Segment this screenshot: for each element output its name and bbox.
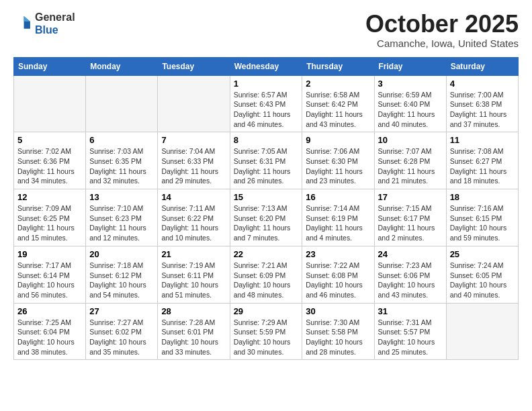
header-saturday: Saturday [446, 57, 518, 75]
day-info: Sunrise: 7:30 AMSunset: 5:58 PMDaylight:… [306, 318, 370, 357]
calendar-cell [446, 303, 518, 360]
day-number: 27 [89, 306, 154, 316]
calendar-cell: 19Sunrise: 7:17 AMSunset: 6:14 PMDayligh… [14, 246, 86, 303]
general-blue-logo-icon [13, 14, 32, 33]
day-number: 26 [17, 306, 82, 316]
day-number: 10 [378, 135, 443, 145]
calendar-cell: 3Sunrise: 6:59 AMSunset: 6:40 PMDaylight… [374, 75, 446, 132]
title-block: October 2025 Camanche, Iowa, United Stat… [365, 11, 519, 49]
day-info: Sunrise: 7:00 AMSunset: 6:38 PMDaylight:… [450, 90, 515, 130]
day-info: Sunrise: 7:23 AMSunset: 6:06 PMDaylight:… [378, 261, 443, 300]
header-thursday: Thursday [302, 57, 374, 75]
day-number: 1 [234, 79, 299, 89]
day-info: Sunrise: 7:15 AMSunset: 6:17 PMDaylight:… [378, 203, 443, 243]
logo: General Blue [13, 11, 75, 36]
calendar-cell: 21Sunrise: 7:19 AMSunset: 6:11 PMDayligh… [158, 246, 230, 303]
calendar-cell: 5Sunrise: 7:02 AMSunset: 6:36 PMDaylight… [14, 132, 86, 189]
day-number: 23 [306, 249, 370, 259]
calendar-week-row: 5Sunrise: 7:02 AMSunset: 6:36 PMDaylight… [14, 132, 519, 189]
day-number: 15 [234, 192, 299, 202]
svg-marker-2 [24, 16, 30, 21]
calendar-cell: 31Sunrise: 7:31 AMSunset: 5:57 PMDayligh… [374, 303, 446, 360]
calendar-cell: 16Sunrise: 7:14 AMSunset: 6:19 PMDayligh… [302, 189, 374, 246]
day-info: Sunrise: 7:18 AMSunset: 6:12 PMDaylight:… [89, 261, 154, 300]
day-number: 6 [89, 135, 154, 145]
day-number: 13 [89, 192, 154, 202]
calendar-week-row: 19Sunrise: 7:17 AMSunset: 6:14 PMDayligh… [14, 246, 519, 303]
header-tuesday: Tuesday [158, 57, 230, 75]
day-number: 17 [378, 192, 443, 202]
day-info: Sunrise: 7:06 AMSunset: 6:30 PMDaylight:… [306, 146, 370, 186]
day-info: Sunrise: 7:25 AMSunset: 6:04 PMDaylight:… [17, 318, 82, 357]
header-monday: Monday [86, 57, 158, 75]
day-number: 31 [378, 306, 443, 316]
day-info: Sunrise: 7:04 AMSunset: 6:33 PMDaylight:… [161, 146, 226, 186]
logo-general-text: General [35, 11, 75, 24]
calendar-cell: 4Sunrise: 7:00 AMSunset: 6:38 PMDaylight… [446, 75, 518, 132]
day-number: 29 [234, 306, 299, 316]
day-info: Sunrise: 7:10 AMSunset: 6:23 PMDaylight:… [89, 203, 154, 243]
calendar-cell: 17Sunrise: 7:15 AMSunset: 6:17 PMDayligh… [374, 189, 446, 246]
day-number: 9 [306, 135, 370, 145]
page-header: General Blue October 2025 Camanche, Iowa… [13, 11, 519, 49]
calendar-cell: 22Sunrise: 7:21 AMSunset: 6:09 PMDayligh… [230, 246, 302, 303]
day-info: Sunrise: 7:19 AMSunset: 6:11 PMDaylight:… [161, 261, 226, 300]
calendar-cell: 12Sunrise: 7:09 AMSunset: 6:25 PMDayligh… [14, 189, 86, 246]
day-info: Sunrise: 7:27 AMSunset: 6:02 PMDaylight:… [89, 318, 154, 357]
day-info: Sunrise: 7:21 AMSunset: 6:09 PMDaylight:… [234, 261, 299, 300]
day-info: Sunrise: 7:09 AMSunset: 6:25 PMDaylight:… [17, 203, 82, 243]
day-number: 18 [450, 192, 515, 202]
calendar-week-row: 12Sunrise: 7:09 AMSunset: 6:25 PMDayligh… [14, 189, 519, 246]
day-info: Sunrise: 7:03 AMSunset: 6:35 PMDaylight:… [89, 146, 154, 186]
calendar-cell: 15Sunrise: 7:13 AMSunset: 6:20 PMDayligh… [230, 189, 302, 246]
calendar-cell: 29Sunrise: 7:29 AMSunset: 5:59 PMDayligh… [230, 303, 302, 360]
day-number: 19 [17, 249, 82, 259]
calendar-cell: 9Sunrise: 7:06 AMSunset: 6:30 PMDaylight… [302, 132, 374, 189]
header-friday: Friday [374, 57, 446, 75]
calendar-cell: 23Sunrise: 7:22 AMSunset: 6:08 PMDayligh… [302, 246, 374, 303]
day-info: Sunrise: 7:13 AMSunset: 6:20 PMDaylight:… [234, 203, 299, 243]
calendar-cell: 27Sunrise: 7:27 AMSunset: 6:02 PMDayligh… [86, 303, 158, 360]
day-number: 21 [161, 249, 226, 259]
calendar-week-row: 26Sunrise: 7:25 AMSunset: 6:04 PMDayligh… [14, 303, 519, 360]
day-number: 22 [234, 249, 299, 259]
day-info: Sunrise: 7:17 AMSunset: 6:14 PMDaylight:… [17, 261, 82, 300]
calendar-cell: 28Sunrise: 7:28 AMSunset: 6:01 PMDayligh… [158, 303, 230, 360]
day-number: 11 [450, 135, 515, 145]
calendar-cell: 18Sunrise: 7:16 AMSunset: 6:15 PMDayligh… [446, 189, 518, 246]
day-number: 16 [306, 192, 370, 202]
day-info: Sunrise: 7:07 AMSunset: 6:28 PMDaylight:… [378, 146, 443, 186]
calendar-cell [14, 75, 86, 132]
calendar-week-row: 1Sunrise: 6:57 AMSunset: 6:43 PMDaylight… [14, 75, 519, 132]
day-info: Sunrise: 7:11 AMSunset: 6:22 PMDaylight:… [161, 203, 226, 243]
day-number: 28 [161, 306, 226, 316]
day-number: 5 [17, 135, 82, 145]
day-number: 24 [378, 249, 443, 259]
day-info: Sunrise: 6:58 AMSunset: 6:42 PMDaylight:… [306, 90, 370, 130]
calendar-cell: 2Sunrise: 6:58 AMSunset: 6:42 PMDaylight… [302, 75, 374, 132]
day-number: 12 [17, 192, 82, 202]
location-text: Camanche, Iowa, United States [365, 38, 519, 49]
calendar-cell: 26Sunrise: 7:25 AMSunset: 6:04 PMDayligh… [14, 303, 86, 360]
day-info: Sunrise: 7:05 AMSunset: 6:31 PMDaylight:… [234, 146, 299, 186]
calendar-cell: 13Sunrise: 7:10 AMSunset: 6:23 PMDayligh… [86, 189, 158, 246]
day-number: 7 [161, 135, 226, 145]
day-number: 20 [89, 249, 154, 259]
calendar-cell: 10Sunrise: 7:07 AMSunset: 6:28 PMDayligh… [374, 132, 446, 189]
day-info: Sunrise: 7:16 AMSunset: 6:15 PMDaylight:… [450, 203, 515, 243]
day-info: Sunrise: 7:02 AMSunset: 6:36 PMDaylight:… [17, 146, 82, 186]
calendar-table: SundayMondayTuesdayWednesdayThursdayFrid… [13, 57, 519, 361]
calendar-cell: 25Sunrise: 7:24 AMSunset: 6:05 PMDayligh… [446, 246, 518, 303]
day-info: Sunrise: 7:24 AMSunset: 6:05 PMDaylight:… [450, 261, 515, 300]
day-info: Sunrise: 7:29 AMSunset: 5:59 PMDaylight:… [234, 318, 299, 357]
day-number: 2 [306, 79, 370, 89]
calendar-cell [158, 75, 230, 132]
day-info: Sunrise: 6:57 AMSunset: 6:43 PMDaylight:… [234, 90, 299, 130]
calendar-header-row: SundayMondayTuesdayWednesdayThursdayFrid… [14, 57, 519, 75]
day-number: 14 [161, 192, 226, 202]
day-number: 30 [306, 306, 370, 316]
day-number: 25 [450, 249, 515, 259]
day-info: Sunrise: 7:08 AMSunset: 6:27 PMDaylight:… [450, 146, 515, 186]
day-number: 4 [450, 79, 515, 89]
logo-blue-text: Blue [35, 24, 75, 36]
